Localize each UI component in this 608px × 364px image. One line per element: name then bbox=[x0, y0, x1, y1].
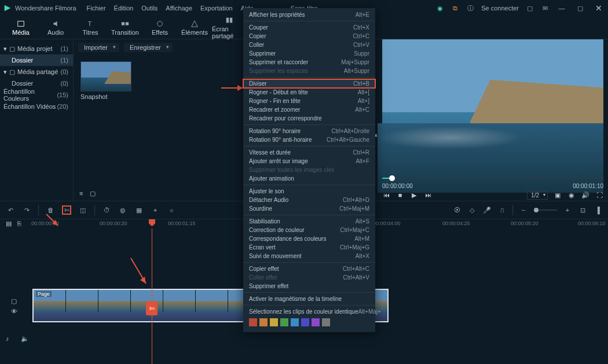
next-frame-icon[interactable]: ⏭ bbox=[424, 191, 432, 199]
maximize-button[interactable]: ▢ bbox=[574, 2, 586, 14]
minimize-button[interactable]: — bbox=[556, 2, 567, 14]
audio-track-icon[interactable]: ♪ bbox=[6, 335, 14, 343]
ctx-item[interactable]: SupprimerSuppr bbox=[243, 49, 375, 58]
tab-elements[interactable]: Éléments bbox=[177, 17, 212, 38]
ctx-item[interactable]: Rotation 90° anti-horaireCtrl+Alt+Gauche bbox=[243, 135, 375, 144]
ctx-item[interactable]: CopierCtrl+C bbox=[243, 32, 375, 41]
sidebar-item-project[interactable]: ▾▢Média projet(1) bbox=[0, 43, 73, 54]
tab-media[interactable]: Média bbox=[3, 17, 38, 38]
ctx-item[interactable]: DiviserCtrl+B bbox=[243, 79, 375, 88]
tab-audio[interactable]: Audio bbox=[38, 17, 73, 38]
record-icon[interactable]: ⦿ bbox=[452, 205, 462, 215]
split-marker-icon[interactable]: ✄ bbox=[146, 302, 158, 315]
ctx-item[interactable]: Vitesse et duréeCtrl+R bbox=[243, 148, 375, 157]
prev-frame-icon[interactable]: ⏮ bbox=[382, 191, 390, 199]
ctx-item[interactable]: StabilisationAlt+S bbox=[243, 217, 375, 226]
sidebar-item-videos[interactable]: Échantillon Vidéos(20) bbox=[0, 101, 73, 112]
color-swatch[interactable] bbox=[259, 318, 268, 326]
media-thumbnail[interactable]: Snapshot bbox=[80, 61, 131, 100]
zoom-in-icon[interactable]: + bbox=[563, 205, 572, 215]
zoom-ratio-select[interactable]: 1/2 bbox=[527, 191, 548, 200]
ctx-item[interactable]: Détacher AudioCtrl+Alt+D bbox=[243, 196, 375, 204]
ctx-item[interactable]: CollerCtrl+V bbox=[243, 41, 375, 49]
save-icon[interactable]: ▢ bbox=[526, 4, 534, 12]
color-swatch[interactable] bbox=[312, 318, 320, 326]
ctx-item[interactable]: Recadrer et zoomerAlt+C bbox=[243, 105, 375, 114]
tab-splitscreen[interactable]: Écran partagé bbox=[212, 14, 247, 42]
ctx-item[interactable]: Ajouter animation bbox=[243, 174, 375, 183]
sort-icon[interactable]: ≡ bbox=[79, 190, 83, 197]
ctx-item[interactable]: Ajouter arrêt sur imageAlt+F bbox=[243, 157, 375, 166]
ctx-item[interactable]: Suivi de mouvementAlt+X bbox=[243, 252, 375, 260]
preview-scrubber[interactable] bbox=[382, 178, 603, 179]
ctx-item[interactable]: Rogner - Fin en têteAlt+] bbox=[243, 97, 375, 105]
cart-icon[interactable]: ⧉ bbox=[451, 4, 459, 12]
greenscreen-icon[interactable]: ▦ bbox=[134, 205, 144, 215]
color-swatch[interactable] bbox=[280, 318, 288, 326]
sidebar-item-folder-1[interactable]: Dossier(1) bbox=[0, 54, 73, 66]
ctx-item[interactable]: Copier effetCtrl+Alt+C bbox=[243, 264, 375, 273]
ctx-item[interactable]: Ajuster le son bbox=[243, 187, 375, 196]
color-swatch[interactable] bbox=[270, 318, 278, 326]
track-manage-icon[interactable]: ▤ bbox=[6, 220, 14, 228]
new-folder-icon[interactable]: ▢ bbox=[90, 190, 96, 197]
color-swatch[interactable] bbox=[301, 318, 309, 326]
delete-icon[interactable]: 🗑 bbox=[46, 205, 55, 215]
fullscreen-icon[interactable]: ⛶ bbox=[595, 191, 603, 199]
mic-icon[interactable]: 🎤 bbox=[482, 205, 492, 215]
close-button[interactable]: ✕ bbox=[593, 2, 605, 14]
stop-icon[interactable]: ■ bbox=[396, 191, 404, 199]
color-icon[interactable]: ◍ bbox=[118, 205, 127, 215]
track-visible-icon[interactable]: 👁 bbox=[11, 308, 18, 315]
import-button[interactable]: Importer bbox=[78, 43, 119, 52]
color-swatch[interactable] bbox=[322, 318, 330, 326]
tab-effects[interactable]: Effets bbox=[142, 17, 177, 38]
tab-titles[interactable]: TTitres bbox=[73, 17, 108, 38]
mixer-icon[interactable]: ⎍ bbox=[497, 205, 507, 215]
ctx-item[interactable]: Supprimer et raccorderMaj+Suppr bbox=[243, 58, 375, 67]
ctx-item[interactable]: Sélectionnez les clips de couleur identi… bbox=[243, 307, 375, 316]
ctx-item[interactable]: CouperCtrl+X bbox=[243, 23, 375, 32]
ctx-item[interactable]: Rogner - Début en têteAlt+[ bbox=[243, 88, 375, 97]
menu-view[interactable]: Affichage bbox=[166, 5, 192, 12]
menu-edit[interactable]: Édition bbox=[114, 5, 134, 12]
sidebar-item-shared[interactable]: ▾▢Média partagé(0) bbox=[0, 66, 73, 78]
crop-icon[interactable]: ◫ bbox=[78, 205, 87, 215]
snapshot-icon[interactable]: ◉ bbox=[567, 191, 576, 199]
ctx-item[interactable]: Correction de couleurCtrl+Maj+C bbox=[243, 226, 375, 234]
keyframe-icon[interactable]: ⟐ bbox=[167, 205, 176, 215]
preview-video[interactable] bbox=[382, 39, 603, 191]
message-icon[interactable]: ✉ bbox=[541, 4, 549, 12]
ctx-item[interactable]: Recadrer pour correspondre bbox=[243, 114, 375, 123]
mute-icon[interactable]: 🔈 bbox=[21, 335, 29, 343]
track-link-icon[interactable]: ⎘ bbox=[17, 220, 25, 228]
ctx-item[interactable]: Supprimer effet bbox=[243, 282, 375, 291]
ctx-item[interactable]: SourdineCtrl+Maj+M bbox=[243, 204, 375, 213]
menu-file[interactable]: Fichier bbox=[87, 5, 106, 12]
save-button[interactable]: Enregistrer bbox=[124, 43, 173, 52]
tab-transition[interactable]: Transition bbox=[108, 17, 142, 38]
audio-track-1[interactable]: ♪ 🔈 bbox=[0, 335, 29, 343]
volume-icon[interactable]: 🔊 bbox=[581, 191, 589, 199]
split-icon[interactable]: ✄ bbox=[62, 205, 71, 215]
connect-button[interactable]: Se connecter bbox=[481, 5, 519, 12]
tracking-icon[interactable]: ⌖ bbox=[151, 205, 160, 215]
zoom-out-icon[interactable]: − bbox=[519, 205, 528, 215]
color-swatch[interactable] bbox=[291, 318, 299, 326]
menu-export[interactable]: Exportation bbox=[200, 5, 233, 12]
undo-icon[interactable]: ↶ bbox=[6, 205, 15, 215]
ctx-item[interactable]: Écran vertCtrl+Maj+G bbox=[243, 243, 375, 252]
ctx-item[interactable]: Correspondance des couleursAlt+M bbox=[243, 234, 375, 243]
sidebar-item-folder-2[interactable]: Dossier(0) bbox=[0, 78, 73, 89]
info-icon[interactable]: ⓘ bbox=[466, 4, 474, 12]
quality-icon[interactable]: ▣ bbox=[554, 191, 562, 199]
track-lock-icon[interactable]: ▢ bbox=[11, 297, 18, 304]
zoom-slider[interactable] bbox=[534, 209, 557, 211]
color-swatch[interactable] bbox=[249, 318, 257, 326]
timeline-playhead[interactable] bbox=[152, 229, 152, 364]
ctx-item[interactable]: Afficher les propriétésAlt+E bbox=[243, 10, 375, 19]
ctx-item[interactable]: Rotation 90° horaireCtrl+Alt+Droite bbox=[243, 127, 375, 135]
timeline-settings-icon[interactable]: ▐ bbox=[593, 205, 602, 215]
menu-tools[interactable]: Outils bbox=[141, 5, 158, 12]
ctx-item[interactable]: Activer le magnétisme de la timeline bbox=[243, 295, 375, 303]
